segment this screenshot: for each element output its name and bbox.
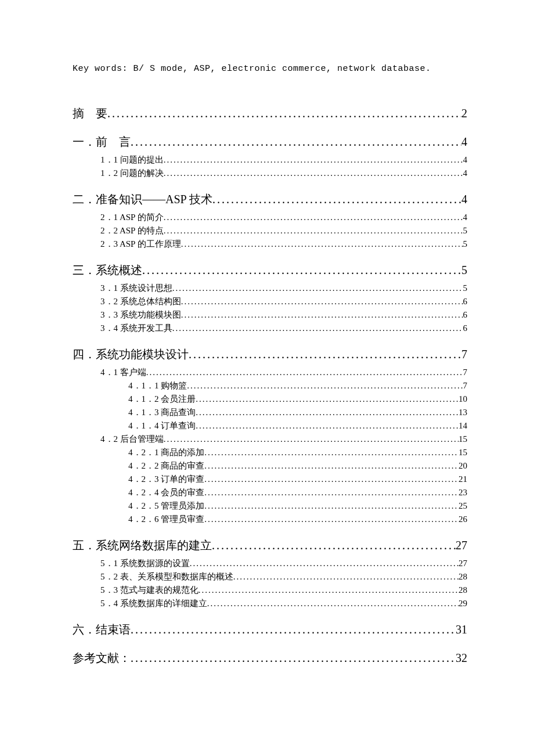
toc-entry: 二．准备知识――ASP 技术4 [73,192,467,207]
toc-entry: 六．结束语31 [73,622,467,638]
toc-entry: 一．前 言4 [73,134,467,150]
toc-title: 一．前 言 [73,134,131,150]
toc-leader-dots [131,135,461,149]
toc-leader-dots [204,501,459,511]
toc-title: 3．3 系统功能模块图 [100,309,181,321]
toc-leader-dots [196,394,459,404]
toc-leader-dots [189,348,461,361]
toc-page-number: 21 [459,474,467,484]
toc-leader-dots [196,421,459,431]
toc-page-number: 15 [459,434,467,444]
toc-leader-dots [190,559,459,568]
toc-leader-dots [131,651,456,665]
toc-leader-dots [187,381,463,391]
toc-leader-dots [181,310,463,320]
toc-entry: 4．2．4 会员的审查23 [128,487,467,498]
toc-page-number: 28 [459,572,467,582]
toc-title: 4．2．3 订单的审查 [128,474,204,485]
toc-entry: 1．2 问题的解决4 [100,168,467,179]
toc-title: 4．2．5 管理员添加 [128,501,204,512]
toc-page-number: 23 [459,488,467,498]
toc-title: 4．1．3 商品查询 [128,407,196,418]
toc-entry: 4．2．3 订单的审查21 [128,474,467,485]
toc-title: 4．1．2 会员注册 [128,394,196,405]
toc-title: 3．2 系统总体结构图 [100,296,181,307]
toc-page-number: 27 [456,539,467,552]
toc-leader-dots [164,434,459,444]
toc-entry: 4．2．1 商品的添加15 [128,447,467,458]
toc-entry: 4．1．3 商品查询13 [128,407,467,418]
toc-entry: 四．系统功能模块设计7 [73,347,467,362]
toc-page-number: 25 [459,501,467,511]
toc-title: 六．结束语 [73,622,131,638]
toc-title: 4．2．2 商品的审查 [128,460,204,471]
toc-leader-dots [196,408,459,417]
toc-entry: 5．4 系统数据库的详细建立29 [100,598,467,609]
toc-leader-dots [131,623,456,636]
toc-title: 2．1 ASP 的简介 [100,212,164,223]
toc-leader-dots [142,264,461,277]
toc-title: 5．4 系统数据库的详细建立 [100,598,207,609]
toc-entry: 4．2．6 管理员审查26 [128,514,467,525]
toc-leader-dots [164,226,463,236]
toc-page-number: 7 [463,381,468,391]
toc-title: 4．2 后台管理端 [100,434,164,445]
toc-leader-dots [204,461,459,471]
toc-leader-dots [172,323,463,333]
toc-page-number: 5 [461,264,467,277]
toc-entry: 摘 要2 [73,106,467,121]
toc-leader-dots [204,488,459,498]
toc-title: 3．1 系统设计思想 [100,283,172,294]
toc-leader-dots [172,283,463,293]
toc-leader-dots [181,297,463,307]
toc-title: 2．3 ASP 的工作原理 [100,239,181,250]
toc-title: 五．系统网络数据库的建立 [73,538,212,553]
toc-title: 3．4 系统开发工具 [100,323,172,334]
toc-title: 二．准备知识――ASP 技术 [73,192,212,207]
keywords-line: Key words: B/ S mode, ASP, electronic co… [73,64,467,74]
toc-leader-dots [212,539,456,552]
toc-title: 2．2 ASP 的特点 [100,225,164,236]
toc-entry: 4．1．1 购物篮7 [128,380,467,391]
table-of-contents: 摘 要2一．前 言41．1 问题的提出41．2 问题的解决4二．准备知识――AS… [73,106,467,666]
toc-title: 5．3 范式与建表的规范化 [100,585,199,596]
toc-title: 4．1 客户端 [100,367,146,378]
toc-leader-dots [164,213,463,222]
toc-title: 四．系统功能模块设计 [73,347,189,362]
toc-entry: 2．2 ASP 的特点5 [100,225,467,236]
toc-leader-dots [233,572,459,582]
toc-title: 1．2 问题的解决 [100,168,164,179]
toc-title: 4．1．1 购物篮 [128,380,187,391]
toc-entry: 4．1 客户端7 [100,367,467,378]
toc-entry: 4．2 后台管理端15 [100,434,467,445]
toc-title: 5．2 表、关系模型和数据库的概述 [100,571,233,582]
toc-page-number: 14 [459,421,467,431]
toc-leader-dots [199,585,459,595]
toc-entry: 2．3 ASP 的工作原理5 [100,239,467,250]
toc-page-number: 6 [463,297,468,307]
toc-page-number: 5 [463,239,468,249]
toc-entry: 5．3 范式与建表的规范化28 [100,585,467,596]
toc-leader-dots [204,448,459,458]
toc-page-number: 4 [463,155,468,165]
toc-title: 1．1 问题的提出 [100,154,164,165]
toc-page-number: 28 [459,585,467,595]
toc-page-number: 7 [461,348,467,361]
toc-entry: 三．系统概述5 [73,262,467,278]
toc-entry: 5．2 表、关系模型和数据库的概述28 [100,571,467,582]
toc-leader-dots [207,599,459,609]
toc-leader-dots [146,368,463,377]
toc-page-number: 4 [461,135,467,149]
toc-page-number: 26 [459,514,467,524]
toc-page-number: 6 [463,323,468,333]
toc-title: 4．2．1 商品的添加 [128,447,204,458]
toc-page-number: 4 [463,213,468,222]
toc-page-number: 10 [459,394,467,404]
toc-entry: 4．2．5 管理员添加25 [128,501,467,512]
toc-page-number: 32 [456,651,467,665]
toc-title: 4．2．6 管理员审查 [128,514,204,525]
toc-title: 参考文献： [73,650,131,666]
toc-entry: 4．1．2 会员注册10 [128,394,467,405]
toc-page-number: 27 [459,559,467,568]
toc-leader-dots [164,155,463,165]
